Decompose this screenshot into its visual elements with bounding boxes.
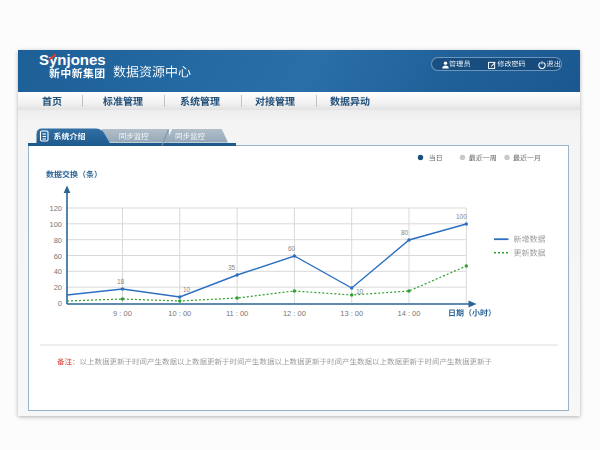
svg-text:12 : 00: 12 : 00	[283, 309, 306, 318]
svg-text:13 : 00: 13 : 00	[340, 309, 363, 318]
svg-text:20: 20	[54, 283, 62, 292]
svg-text:80: 80	[401, 229, 409, 236]
svg-text:10 : 00: 10 : 00	[168, 309, 191, 318]
svg-text:10: 10	[183, 286, 191, 293]
svg-text:100: 100	[49, 220, 62, 229]
svg-text:40: 40	[54, 267, 62, 276]
svg-text:18: 18	[117, 278, 125, 285]
svg-text:0: 0	[58, 299, 62, 308]
svg-text:100: 100	[456, 213, 467, 220]
svg-text:80: 80	[54, 236, 62, 245]
svg-text:120: 120	[49, 204, 62, 213]
svg-text:60: 60	[288, 245, 296, 252]
svg-text:35: 35	[228, 264, 236, 271]
svg-text:11 : 00: 11 : 00	[226, 309, 248, 318]
svg-text:60: 60	[54, 252, 62, 261]
svg-text:14 : 00: 14 : 00	[398, 309, 421, 318]
svg-text:10: 10	[356, 288, 364, 295]
svg-text:9 : 00: 9 : 00	[113, 309, 132, 318]
